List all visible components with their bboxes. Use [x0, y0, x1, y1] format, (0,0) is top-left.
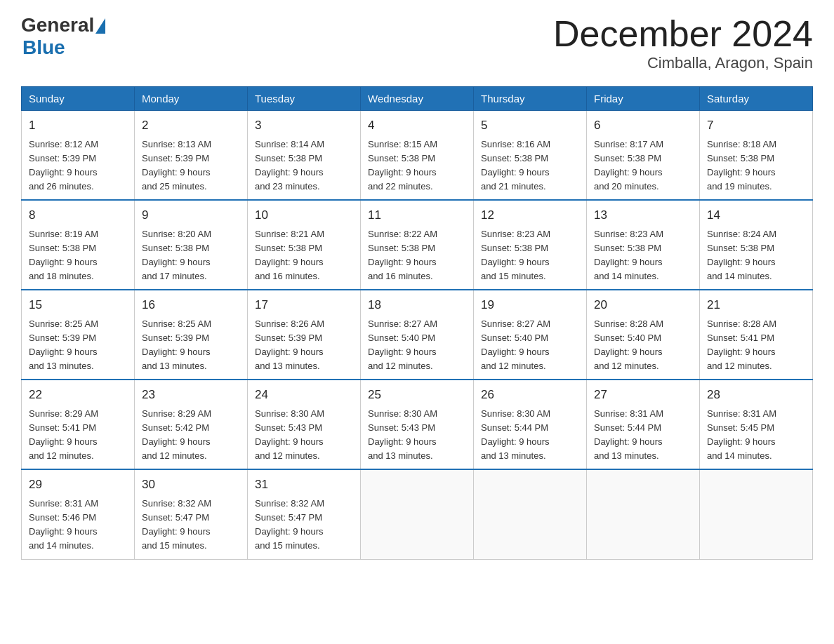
day-info: Sunrise: 8:30 AMSunset: 5:43 PMDaylight:… — [368, 407, 466, 464]
weekday-header-wednesday: Wednesday — [361, 87, 474, 111]
day-info: Sunrise: 8:14 AMSunset: 5:38 PMDaylight:… — [255, 137, 353, 194]
calendar-cell — [700, 469, 813, 559]
calendar-cell: 29Sunrise: 8:31 AMSunset: 5:46 PMDayligh… — [22, 469, 135, 559]
calendar-week-4: 22Sunrise: 8:29 AMSunset: 5:41 PMDayligh… — [22, 380, 813, 469]
day-number: 23 — [142, 386, 240, 404]
day-number: 6 — [594, 116, 692, 135]
calendar-cell: 18Sunrise: 8:27 AMSunset: 5:40 PMDayligh… — [361, 290, 474, 380]
title-block: December 2024 Cimballa, Aragon, Spain — [553, 14, 813, 72]
day-info: Sunrise: 8:24 AMSunset: 5:38 PMDaylight:… — [707, 227, 805, 284]
day-number: 11 — [368, 206, 466, 224]
day-number: 1 — [29, 116, 127, 135]
day-info: Sunrise: 8:17 AMSunset: 5:38 PMDaylight:… — [594, 137, 692, 194]
calendar-week-5: 29Sunrise: 8:31 AMSunset: 5:46 PMDayligh… — [22, 469, 813, 559]
day-info: Sunrise: 8:26 AMSunset: 5:39 PMDaylight:… — [255, 317, 353, 374]
calendar-cell — [361, 469, 474, 559]
calendar-cell: 7Sunrise: 8:18 AMSunset: 5:38 PMDaylight… — [700, 111, 813, 201]
calendar-cell: 27Sunrise: 8:31 AMSunset: 5:44 PMDayligh… — [587, 380, 700, 469]
day-info: Sunrise: 8:31 AMSunset: 5:46 PMDaylight:… — [29, 497, 127, 554]
calendar-cell: 4Sunrise: 8:15 AMSunset: 5:38 PMDaylight… — [361, 111, 474, 201]
day-info: Sunrise: 8:12 AMSunset: 5:39 PMDaylight:… — [29, 137, 127, 194]
calendar-table: SundayMondayTuesdayWednesdayThursdayFrid… — [21, 86, 813, 559]
weekday-header-thursday: Thursday — [474, 87, 587, 111]
day-number: 3 — [255, 116, 353, 135]
calendar-week-3: 15Sunrise: 8:25 AMSunset: 5:39 PMDayligh… — [22, 290, 813, 380]
calendar-cell: 15Sunrise: 8:25 AMSunset: 5:39 PMDayligh… — [22, 290, 135, 380]
calendar-cell: 26Sunrise: 8:30 AMSunset: 5:44 PMDayligh… — [474, 380, 587, 469]
day-number: 24 — [255, 386, 353, 404]
day-number: 30 — [142, 476, 240, 494]
day-number: 21 — [707, 296, 805, 314]
calendar-cell: 11Sunrise: 8:22 AMSunset: 5:38 PMDayligh… — [361, 200, 474, 290]
calendar-cell: 20Sunrise: 8:28 AMSunset: 5:40 PMDayligh… — [587, 290, 700, 380]
day-number: 5 — [481, 116, 579, 135]
day-info: Sunrise: 8:31 AMSunset: 5:44 PMDaylight:… — [594, 407, 692, 464]
day-number: 16 — [142, 296, 240, 314]
calendar-week-2: 8Sunrise: 8:19 AMSunset: 5:38 PMDaylight… — [22, 200, 813, 290]
weekday-header-monday: Monday — [135, 87, 248, 111]
weekday-header-friday: Friday — [587, 87, 700, 111]
day-info: Sunrise: 8:27 AMSunset: 5:40 PMDaylight:… — [368, 317, 466, 374]
day-number: 20 — [594, 296, 692, 314]
day-number: 2 — [142, 116, 240, 135]
day-info: Sunrise: 8:32 AMSunset: 5:47 PMDaylight:… — [142, 497, 240, 554]
logo-general-text: General — [21, 14, 94, 36]
day-number: 18 — [368, 296, 466, 314]
day-number: 31 — [255, 476, 353, 494]
calendar-cell: 21Sunrise: 8:28 AMSunset: 5:41 PMDayligh… — [700, 290, 813, 380]
month-title: December 2024 — [553, 14, 813, 54]
day-info: Sunrise: 8:30 AMSunset: 5:43 PMDaylight:… — [255, 407, 353, 464]
day-info: Sunrise: 8:21 AMSunset: 5:38 PMDaylight:… — [255, 227, 353, 284]
day-info: Sunrise: 8:18 AMSunset: 5:38 PMDaylight:… — [707, 137, 805, 194]
weekday-header-sunday: Sunday — [22, 87, 135, 111]
day-info: Sunrise: 8:29 AMSunset: 5:41 PMDaylight:… — [29, 407, 127, 464]
calendar-cell: 3Sunrise: 8:14 AMSunset: 5:38 PMDaylight… — [248, 111, 361, 201]
calendar-cell: 13Sunrise: 8:23 AMSunset: 5:38 PMDayligh… — [587, 200, 700, 290]
day-info: Sunrise: 8:28 AMSunset: 5:40 PMDaylight:… — [594, 317, 692, 374]
day-info: Sunrise: 8:23 AMSunset: 5:38 PMDaylight:… — [594, 227, 692, 284]
calendar-cell: 19Sunrise: 8:27 AMSunset: 5:40 PMDayligh… — [474, 290, 587, 380]
day-info: Sunrise: 8:22 AMSunset: 5:38 PMDaylight:… — [368, 227, 466, 284]
calendar-cell: 2Sunrise: 8:13 AMSunset: 5:39 PMDaylight… — [135, 111, 248, 201]
day-number: 8 — [29, 206, 127, 224]
calendar-cell — [587, 469, 700, 559]
calendar-header-row: SundayMondayTuesdayWednesdayThursdayFrid… — [22, 87, 813, 111]
calendar-cell: 6Sunrise: 8:17 AMSunset: 5:38 PMDaylight… — [587, 111, 700, 201]
day-info: Sunrise: 8:23 AMSunset: 5:38 PMDaylight:… — [481, 227, 579, 284]
calendar-cell: 17Sunrise: 8:26 AMSunset: 5:39 PMDayligh… — [248, 290, 361, 380]
day-info: Sunrise: 8:19 AMSunset: 5:38 PMDaylight:… — [29, 227, 127, 284]
day-number: 19 — [481, 296, 579, 314]
calendar-cell: 30Sunrise: 8:32 AMSunset: 5:47 PMDayligh… — [135, 469, 248, 559]
day-number: 29 — [29, 476, 127, 494]
logo: General Blue — [21, 14, 105, 59]
calendar-cell: 25Sunrise: 8:30 AMSunset: 5:43 PMDayligh… — [361, 380, 474, 469]
day-number: 10 — [255, 206, 353, 224]
calendar-cell: 5Sunrise: 8:16 AMSunset: 5:38 PMDaylight… — [474, 111, 587, 201]
day-number: 17 — [255, 296, 353, 314]
day-number: 22 — [29, 386, 127, 404]
calendar-cell: 14Sunrise: 8:24 AMSunset: 5:38 PMDayligh… — [700, 200, 813, 290]
calendar-cell: 12Sunrise: 8:23 AMSunset: 5:38 PMDayligh… — [474, 200, 587, 290]
calendar-cell: 8Sunrise: 8:19 AMSunset: 5:38 PMDaylight… — [22, 200, 135, 290]
calendar-cell: 28Sunrise: 8:31 AMSunset: 5:45 PMDayligh… — [700, 380, 813, 469]
day-number: 12 — [481, 206, 579, 224]
calendar-cell: 9Sunrise: 8:20 AMSunset: 5:38 PMDaylight… — [135, 200, 248, 290]
day-info: Sunrise: 8:28 AMSunset: 5:41 PMDaylight:… — [707, 317, 805, 374]
day-number: 25 — [368, 386, 466, 404]
day-info: Sunrise: 8:25 AMSunset: 5:39 PMDaylight:… — [142, 317, 240, 374]
calendar-cell: 23Sunrise: 8:29 AMSunset: 5:42 PMDayligh… — [135, 380, 248, 469]
weekday-header-saturday: Saturday — [700, 87, 813, 111]
calendar-cell: 24Sunrise: 8:30 AMSunset: 5:43 PMDayligh… — [248, 380, 361, 469]
day-info: Sunrise: 8:20 AMSunset: 5:38 PMDaylight:… — [142, 227, 240, 284]
calendar-cell — [474, 469, 587, 559]
logo-triangle-icon — [95, 18, 105, 34]
day-info: Sunrise: 8:13 AMSunset: 5:39 PMDaylight:… — [142, 137, 240, 194]
calendar-cell: 10Sunrise: 8:21 AMSunset: 5:38 PMDayligh… — [248, 200, 361, 290]
day-number: 27 — [594, 386, 692, 404]
day-info: Sunrise: 8:16 AMSunset: 5:38 PMDaylight:… — [481, 137, 579, 194]
day-number: 26 — [481, 386, 579, 404]
calendar-week-1: 1Sunrise: 8:12 AMSunset: 5:39 PMDaylight… — [22, 111, 813, 201]
calendar-cell: 16Sunrise: 8:25 AMSunset: 5:39 PMDayligh… — [135, 290, 248, 380]
day-number: 9 — [142, 206, 240, 224]
day-info: Sunrise: 8:31 AMSunset: 5:45 PMDaylight:… — [707, 407, 805, 464]
